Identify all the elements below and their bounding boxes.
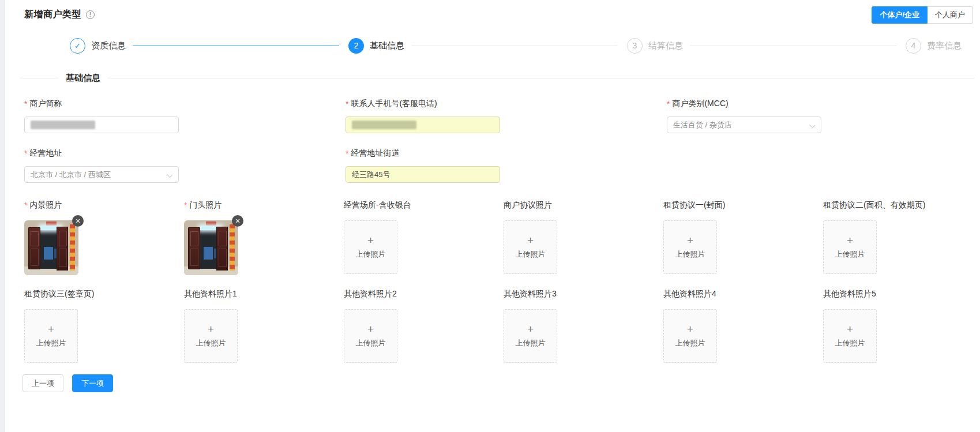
upload-photo-button[interactable]: + 上传照片	[823, 309, 877, 363]
page-header: 新增商户类型 ! 个体户/企业 个人商户	[5, 0, 980, 27]
field-business-address: 经营地址 北京市 / 北京市 / 西城区	[24, 148, 346, 183]
upload-photo-button[interactable]: + 上传照片	[663, 220, 717, 274]
step-number: 4	[906, 38, 921, 54]
next-button[interactable]: 下一项	[72, 374, 113, 392]
step-label: 资质信息	[91, 40, 126, 51]
field-label: 商户类别(MCC)	[667, 99, 980, 109]
upload-button-label: 上传照片	[196, 338, 226, 348]
page-title: 新增商户类型	[24, 9, 81, 21]
close-icon[interactable]: ✕	[72, 215, 84, 227]
plus-icon: +	[687, 324, 693, 335]
upload-button-label: 上传照片	[835, 338, 865, 348]
field-merchant-short-name: 商户简称	[24, 99, 346, 133]
step-connector	[411, 46, 618, 46]
upload-button-label: 上传照片	[356, 249, 386, 260]
chevron-down-icon	[167, 172, 172, 177]
upload-photo-button[interactable]: + 上传照片	[663, 309, 717, 363]
upload-label: 内景照片	[24, 200, 184, 211]
upload-photo-button[interactable]: + 上传照片	[184, 309, 238, 363]
upload-lease-1-cover: 租赁协议一(封面) + 上传照片	[663, 200, 823, 275]
upload-button-label: 上传照片	[516, 249, 546, 260]
masked-value	[31, 121, 95, 129]
upload-label: 租赁协议二(面积、有效期页)	[823, 200, 980, 211]
previous-button[interactable]: 上一项	[22, 374, 63, 392]
upload-other-3: 其他资料照片3 + 上传照片	[504, 289, 663, 363]
step-rate-info[interactable]: 4 费率信息	[906, 38, 968, 54]
upload-lease-2-area: 租赁协议二(面积、有效期页) + 上传照片	[823, 200, 980, 275]
address-cascader-value: 北京市 / 北京市 / 西城区	[31, 170, 111, 180]
field-mcc: 商户类别(MCC) 生活百货 / 杂货店	[667, 99, 980, 133]
upload-label: 其他资料照片5	[823, 289, 980, 299]
step-label: 基础信息	[370, 40, 404, 51]
upload-photo-button[interactable]: + 上传照片	[823, 220, 877, 274]
toggle-individual-enterprise[interactable]: 个体户/企业	[872, 6, 928, 24]
upload-merchant-agreement: 商户协议照片 + 上传照片	[504, 200, 663, 275]
plus-icon: +	[367, 324, 374, 335]
upload-label: 其他资料照片3	[504, 289, 663, 299]
upload-button-label: 上传照片	[835, 249, 865, 260]
upload-photo-button[interactable]: + 上传照片	[504, 220, 557, 274]
upload-label: 其他资料照片4	[663, 289, 823, 299]
street-input-value: 经三路45号	[352, 170, 390, 180]
field-label: 联系人手机号(客服电话)	[346, 99, 667, 109]
step-label: 费率信息	[927, 40, 962, 51]
upload-button-label: 上传照片	[36, 338, 66, 348]
mcc-select[interactable]: 生活百货 / 杂货店	[667, 117, 821, 133]
upload-label: 其他资料照片1	[184, 289, 344, 299]
step-label: 结算信息	[648, 40, 683, 51]
upload-button-label: 上传照片	[516, 338, 546, 348]
chevron-down-icon	[810, 123, 814, 127]
upload-premises-cashier: 经营场所-含收银台 + 上传照片	[344, 200, 504, 275]
upload-photo-button[interactable]: + 上传照片	[344, 309, 397, 363]
add-merchant-page: 新增商户类型 ! 个体户/企业 个人商户 ✓ 资质信息 2 基础信息 3 结算信…	[5, 0, 980, 432]
upload-grid-row1: 内景照片 ✕ 门头照片 ✕ 经营场所-含收银台 +	[5, 200, 980, 275]
step-basic-info[interactable]: 2 基础信息	[348, 38, 627, 54]
step-number: 2	[348, 38, 364, 54]
merchant-short-name-input[interactable]	[24, 117, 179, 133]
upload-photo-button[interactable]: + 上传照片	[504, 309, 557, 363]
upload-button-label: 上传照片	[675, 338, 705, 348]
address-cascader[interactable]: 北京市 / 北京市 / 西城区	[24, 166, 179, 183]
plus-icon: +	[48, 324, 54, 335]
upload-button-label: 上传照片	[675, 249, 705, 260]
storefront-photo-thumbnail[interactable]	[184, 220, 238, 275]
basic-info-form: 商户简称 联系人手机号(客服电话) 商户类别(MCC) 生活百货 / 杂货店 经…	[5, 99, 980, 183]
step-connector	[690, 46, 896, 46]
upload-interior-photo: 内景照片 ✕	[24, 200, 184, 275]
contact-phone-input[interactable]	[346, 117, 500, 133]
upload-lease-3-seal: 租赁协议三(签章页) + 上传照片	[24, 289, 184, 363]
field-contact-phone: 联系人手机号(客服电话)	[346, 99, 667, 133]
section-title: 基础信息	[59, 73, 107, 84]
plus-icon: +	[847, 324, 853, 335]
field-label: 商户简称	[24, 99, 346, 109]
merchant-type-toggle: 个体户/企业 个人商户	[872, 6, 973, 24]
plus-icon: +	[208, 324, 214, 335]
upload-photo-button[interactable]: + 上传照片	[24, 309, 78, 363]
plus-icon: +	[847, 235, 853, 246]
toggle-personal-merchant[interactable]: 个人商户	[928, 6, 973, 24]
mcc-select-value: 生活百货 / 杂货店	[673, 120, 732, 130]
plus-icon: +	[527, 235, 534, 246]
plus-icon: +	[367, 235, 374, 246]
field-label: 经营地址	[24, 148, 346, 159]
upload-label: 租赁协议一(封面)	[663, 200, 823, 211]
close-icon[interactable]: ✕	[232, 215, 243, 227]
upload-other-5: 其他资料照片5 + 上传照片	[823, 289, 980, 363]
interior-photo-thumbnail[interactable]	[24, 220, 78, 275]
upload-label: 门头照片	[184, 200, 344, 211]
upload-button-label: 上传照片	[356, 338, 386, 348]
plus-icon: +	[527, 324, 534, 335]
upload-photo-button[interactable]: + 上传照片	[344, 220, 397, 274]
upload-other-4: 其他资料照片4 + 上传照片	[663, 289, 823, 363]
field-label: 经营地址街道	[346, 148, 667, 159]
masked-value	[352, 121, 416, 129]
step-qualification[interactable]: ✓ 资质信息	[70, 38, 348, 54]
step-settlement-info[interactable]: 3 结算信息	[627, 38, 906, 54]
upload-other-1: 其他资料照片1 + 上传照片	[184, 289, 344, 363]
info-icon[interactable]: !	[86, 10, 95, 19]
field-address-street: 经营地址街道 经三路45号	[346, 148, 667, 183]
upload-storefront-photo: 门头照片 ✕	[184, 200, 344, 275]
check-icon: ✓	[70, 38, 85, 54]
street-input[interactable]: 经三路45号	[346, 166, 500, 183]
step-connector	[133, 46, 339, 46]
